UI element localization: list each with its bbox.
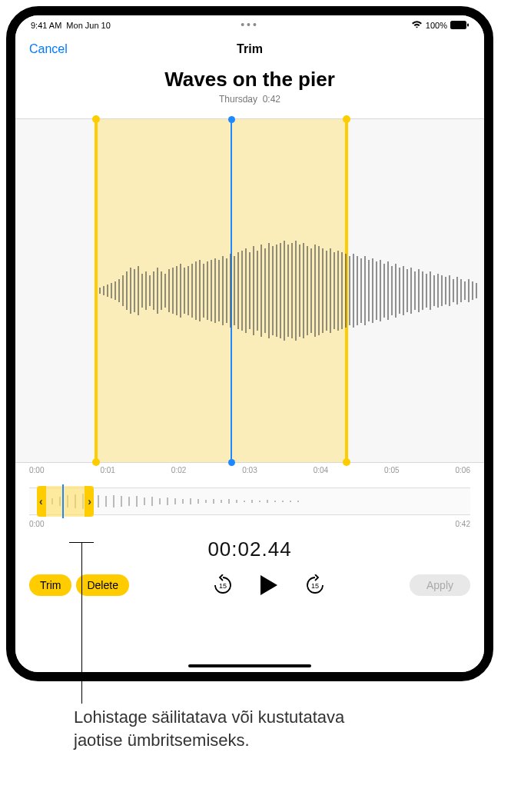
callout-leader-line (81, 542, 82, 704)
ipad-device-frame: 9:41 AM Mon Jun 10 100% ••• Cancel Trim … (6, 6, 493, 681)
home-indicator[interactable] (188, 664, 311, 667)
callout-text: Lohistage säilitatava või kustutatava ja… (74, 706, 397, 751)
svg-text:15: 15 (311, 582, 319, 590)
svg-rect-0 (450, 21, 466, 29)
recording-duration: 0:42 (263, 94, 280, 105)
tick: 0:06 (456, 466, 470, 481)
overview-timeline[interactable]: ‹ › (29, 488, 470, 515)
skip-forward-15-icon: 15 (304, 574, 326, 596)
tick: 0:05 (384, 466, 399, 481)
wifi-icon (411, 21, 423, 31)
tick: 0:00 (29, 466, 44, 481)
status-time: 9:41 AM (31, 21, 61, 30)
battery-percent: 100% (426, 21, 447, 30)
screen: 9:41 AM Mon Jun 10 100% ••• Cancel Trim … (15, 15, 484, 672)
skip-back-15-icon: 15 (212, 574, 234, 596)
cancel-button[interactable]: Cancel (29, 42, 68, 56)
page-title: Trim (237, 42, 263, 56)
trim-button[interactable]: Trim (29, 574, 71, 596)
apply-button[interactable]: Apply (410, 574, 470, 596)
controls: Trim Delete 15 (15, 572, 484, 598)
overview-trim-region[interactable]: ‹ › (37, 486, 94, 517)
play-button[interactable] (253, 574, 285, 597)
overview-start: 0:00 (29, 520, 44, 528)
multitasking-dots-icon[interactable]: ••• (241, 18, 259, 31)
svg-text:15: 15 (219, 582, 227, 590)
overview-time-labels: 0:00 0:42 (15, 518, 484, 530)
play-icon (259, 574, 279, 597)
waveform-icon (15, 229, 484, 352)
recording-day: Thursday (219, 94, 257, 105)
tick: 0:04 (314, 466, 328, 481)
battery-icon (450, 21, 469, 31)
skip-back-button[interactable]: 15 (210, 572, 236, 598)
tick: 0:01 (100, 466, 114, 481)
svg-rect-1 (467, 23, 469, 26)
nav-bar: ••• Cancel Trim (15, 32, 484, 63)
chevron-right-icon: › (88, 495, 91, 508)
waveform-editor[interactable] (15, 118, 484, 463)
chevron-left-icon: ‹ (39, 495, 43, 508)
recording-meta: Thursday 0:42 (15, 94, 484, 105)
tick: 0:03 (242, 466, 257, 481)
overview-playhead[interactable] (62, 484, 64, 518)
time-ticks: 0:00 0:01 0:02 0:03 0:04 0:05 0:06 (15, 463, 484, 481)
tick: 0:02 (171, 466, 186, 481)
overview-waveform-icon (29, 491, 471, 511)
recording-title: Waves on the pier (15, 68, 484, 92)
skip-forward-button[interactable]: 15 (302, 572, 328, 598)
status-date: Mon Jun 10 (66, 21, 110, 30)
overview-end: 0:42 (456, 520, 470, 528)
delete-button[interactable]: Delete (76, 574, 128, 596)
